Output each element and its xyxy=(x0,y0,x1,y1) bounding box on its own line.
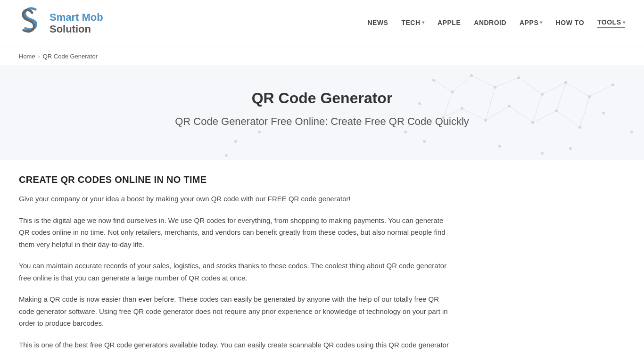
nav-item-news[interactable]: NEWS xyxy=(367,19,388,28)
svg-point-19 xyxy=(234,140,237,143)
hero-background xyxy=(0,66,644,160)
svg-line-29 xyxy=(471,75,495,87)
svg-point-26 xyxy=(569,147,572,150)
svg-point-0 xyxy=(432,79,435,82)
chevron-down-icon: ▾ xyxy=(623,20,626,25)
breadcrumb-current: QR Code Generator xyxy=(43,53,98,60)
chevron-down-icon: ▾ xyxy=(422,20,425,25)
hero-section: QR Code Generator QR Code Generator Free… xyxy=(0,66,644,160)
page-title: QR Code Generator xyxy=(19,90,625,107)
svg-point-20 xyxy=(258,131,261,133)
paragraph-2: This is the digital age we now find ours… xyxy=(19,214,453,251)
nav-item-apple[interactable]: APPLE xyxy=(438,19,461,28)
main-content: CREATE QR CODES ONLINE IN NO TIME Give y… xyxy=(0,160,471,362)
logo-icon xyxy=(19,6,45,41)
svg-point-6 xyxy=(564,81,567,84)
paragraph-4: Making a QR code is now easier than ever… xyxy=(19,293,453,329)
breadcrumb: Home › QR Code Generator xyxy=(0,47,644,66)
breadcrumb-separator: › xyxy=(38,53,40,60)
svg-point-17 xyxy=(602,112,605,115)
svg-point-25 xyxy=(541,152,544,155)
nav-item-tools[interactable]: TOOLS ▾ xyxy=(597,18,625,28)
svg-point-23 xyxy=(404,131,407,133)
logo-text: Smart Mob Solution xyxy=(50,12,103,34)
chevron-down-icon: ▾ xyxy=(540,20,543,25)
main-nav: NEWS TECH ▾ APPLE ANDROID APPS ▾ HOW TO … xyxy=(367,18,625,28)
svg-point-3 xyxy=(494,86,496,89)
svg-point-18 xyxy=(630,131,633,133)
nav-item-android[interactable]: ANDROID xyxy=(474,19,506,28)
logo-line1: Smart Mob xyxy=(50,12,103,23)
nav-item-apps[interactable]: APPS ▾ xyxy=(520,19,543,28)
site-logo[interactable]: Smart Mob Solution xyxy=(19,6,103,41)
svg-point-2 xyxy=(470,74,473,77)
site-header: Smart Mob Solution NEWS TECH ▾ APPLE AND… xyxy=(0,0,644,47)
svg-point-4 xyxy=(517,76,520,79)
paragraph-5: This is one of the best free QR code gen… xyxy=(19,339,453,351)
svg-point-11 xyxy=(461,107,463,110)
svg-point-24 xyxy=(498,145,501,148)
svg-point-22 xyxy=(423,140,426,143)
paragraph-3: You can maintain accurate records of you… xyxy=(19,260,453,284)
nav-item-tech[interactable]: TECH ▾ xyxy=(401,19,424,28)
breadcrumb-home[interactable]: Home xyxy=(19,53,35,60)
svg-point-15 xyxy=(555,109,558,112)
svg-line-30 xyxy=(495,78,519,87)
section-title: CREATE QR CODES ONLINE IN NO TIME xyxy=(19,174,453,185)
page-subtitle: QR Code Generator Free Online: Create Fr… xyxy=(19,115,625,128)
nav-item-howto[interactable]: HOW TO xyxy=(556,19,584,28)
svg-point-21 xyxy=(225,154,228,157)
paragraph-1: Give your company or your idea a boost b… xyxy=(19,193,453,205)
svg-point-8 xyxy=(611,83,614,86)
logo-line2: Solution xyxy=(50,24,103,35)
